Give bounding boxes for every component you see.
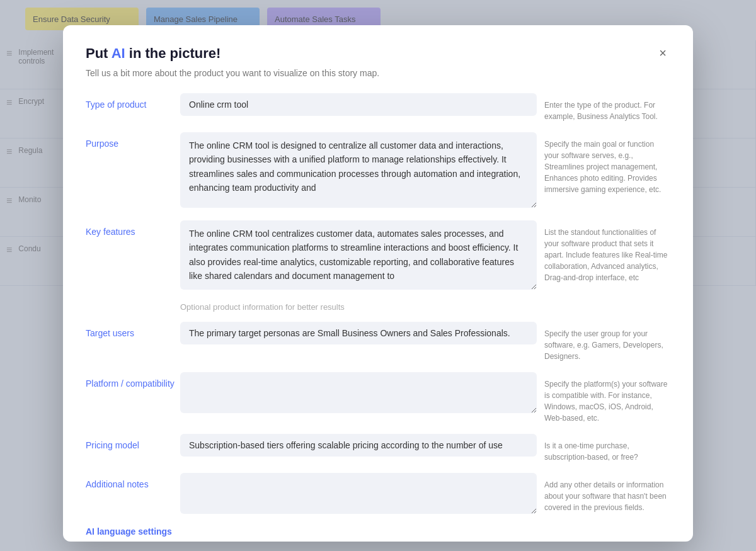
purpose-label: Purpose <box>86 132 180 149</box>
target-users-input[interactable] <box>180 322 537 344</box>
platform-compatibility-label: Platform / compatibility <box>86 372 180 389</box>
modal-header: Put AI in the picture! × <box>86 45 670 62</box>
purpose-hint: Specify the main goal or function your s… <box>544 132 670 195</box>
target-users-input-area: Specify the user group for your software… <box>180 322 670 362</box>
type-of-product-label: Type of product <box>86 93 180 110</box>
pricing-model-label: Pricing model <box>86 434 180 450</box>
modal-dialog: Put AI in the picture! × Tell us a bit m… <box>63 25 693 542</box>
type-of-product-input-area: Enter the type of the product. For examp… <box>180 93 670 122</box>
additional-notes-label: Additional notes <box>86 473 180 489</box>
additional-notes-input-area: Add any other details or information abo… <box>180 473 670 516</box>
additional-notes-hint: Add any other details or information abo… <box>544 473 670 513</box>
pricing-model-input-area: Is it a one-time purchase, subscription-… <box>180 434 670 463</box>
modal-subtitle: Tell us a bit more about the product you… <box>86 68 670 78</box>
purpose-input-area: Specify the main goal or function your s… <box>180 132 670 210</box>
pricing-model-row: Pricing model Is it a one-time purchase,… <box>86 434 670 463</box>
type-of-product-input[interactable] <box>180 93 537 116</box>
platform-compatibility-textarea[interactable] <box>180 372 537 413</box>
target-users-row: Target users Specify the user group for … <box>86 322 670 362</box>
key-features-label: Key features <box>86 220 180 237</box>
additional-notes-row: Additional notes Add any other details o… <box>86 473 670 516</box>
modal-title: Put AI in the picture! <box>86 45 220 62</box>
target-users-label: Target users <box>86 322 180 338</box>
platform-compatibility-row: Platform / compatibility Specify the pla… <box>86 372 670 424</box>
purpose-row: Purpose Specify the main goal or functio… <box>86 132 670 210</box>
key-features-textarea[interactable] <box>180 220 537 290</box>
optional-section-divider: Optional product information for better … <box>180 302 670 312</box>
additional-notes-textarea[interactable] <box>180 473 537 514</box>
modal-overlay: Put AI in the picture! × Tell us a bit m… <box>0 0 756 551</box>
pricing-model-input[interactable] <box>180 434 537 457</box>
key-features-input-area: List the standout functionalities of you… <box>180 220 670 292</box>
purpose-textarea[interactable] <box>180 132 537 208</box>
close-button[interactable]: × <box>655 45 670 60</box>
platform-compatibility-input-area: Specify the platform(s) your software is… <box>180 372 670 424</box>
ai-language-settings-label: AI language settings <box>86 526 670 537</box>
type-of-product-row: Type of product Enter the type of the pr… <box>86 93 670 122</box>
key-features-hint: List the standout functionalities of you… <box>544 220 670 283</box>
key-features-row: Key features List the standout functiona… <box>86 220 670 292</box>
target-users-hint: Specify the user group for your software… <box>544 322 670 362</box>
platform-compatibility-hint: Specify the platform(s) your software is… <box>544 372 670 424</box>
pricing-model-hint: Is it a one-time purchase, subscription-… <box>544 434 670 463</box>
type-of-product-hint: Enter the type of the product. For examp… <box>544 93 670 122</box>
